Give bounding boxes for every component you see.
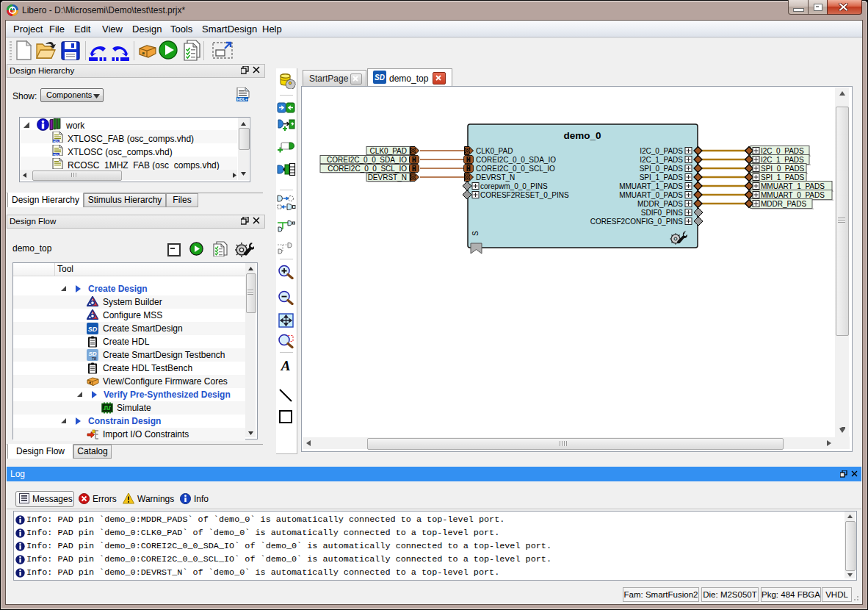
svg-text:SPI_0_PADS: SPI_0_PADS: [761, 165, 805, 173]
svg-text:COREI2C_0_0_SCL_IO: COREI2C_0_0_SCL_IO: [476, 165, 555, 173]
svg-text:A: A: [281, 358, 291, 373]
svg-text:MDDR_PADS: MDDR_PADS: [761, 200, 806, 208]
svg-text:TB: TB: [92, 356, 97, 361]
svg-text:demo_0: demo_0: [563, 130, 601, 141]
svg-text:COREI2C_0_0_SCL_IO: COREI2C_0_0_SCL_IO: [328, 165, 407, 173]
svg-text:CLK0_PAD: CLK0_PAD: [476, 147, 513, 155]
svg-text:S: S: [471, 231, 480, 236]
svg-text:SDIF0_PINS: SDIF0_PINS: [641, 209, 684, 217]
svg-text:SD: SD: [88, 326, 98, 333]
svg-text:MDDR_PADS: MDDR_PADS: [637, 200, 683, 208]
svg-text:HDL+: HDL+: [237, 97, 248, 101]
svg-text:HDL: HDL: [53, 153, 59, 157]
svg-text:I2C_1_PADS: I2C_1_PADS: [761, 156, 804, 164]
svg-text:CORESF2RESET_0_PINS: CORESF2RESET_0_PINS: [480, 191, 569, 199]
svg-text:MMUART_1_PADS: MMUART_1_PADS: [619, 182, 683, 190]
svg-text:COREI2C_0_0_SDA_IO: COREI2C_0_0_SDA_IO: [327, 156, 407, 164]
svg-text:MMUART_0_PADS: MMUART_0_PADS: [619, 191, 683, 199]
svg-text:I2C_1_PADS: I2C_1_PADS: [640, 156, 683, 164]
svg-text:COREI2C_0_0_SDA_IO: COREI2C_0_0_SDA_IO: [476, 156, 556, 164]
svg-text:I2C_0_PADS: I2C_0_PADS: [640, 147, 683, 155]
svg-text:DEVRST_N: DEVRST_N: [476, 173, 515, 182]
svg-text:I2C_0_PADS: I2C_0_PADS: [761, 147, 804, 155]
svg-text:corepwm_0_0_PINS: corepwm_0_0_PINS: [480, 182, 548, 190]
svg-text:SD: SD: [375, 73, 385, 82]
svg-text:MMUART_1_PADS: MMUART_1_PADS: [761, 182, 825, 190]
svg-text:SPI_1_PADS: SPI_1_PADS: [761, 173, 805, 182]
svg-text:SPI_0_PADS: SPI_0_PADS: [640, 165, 684, 173]
svg-text:DEVRST_N: DEVRST_N: [368, 173, 407, 182]
svg-text:HDL: HDL: [53, 140, 59, 143]
svg-text:SPI_1_PADS: SPI_1_PADS: [640, 173, 684, 182]
svg-text:MMUART_0_PADS: MMUART_0_PADS: [761, 191, 825, 199]
svg-text:CLK0_PAD: CLK0_PAD: [370, 147, 407, 155]
svg-text:CORESF2CONFIG_0_PINS: CORESF2CONFIG_0_PINS: [590, 218, 683, 226]
